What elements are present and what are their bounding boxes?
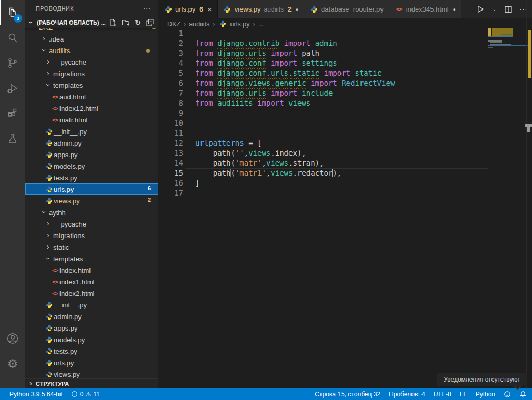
tab-database-roouter-py[interactable]: database_roouter.py	[304, 0, 389, 18]
tree-item-index.html[interactable]: <>index.html	[25, 264, 158, 276]
tree-item-matr.html[interactable]: <>matr.html	[25, 114, 158, 126]
outline-section-header[interactable]: СТРУКТУРА	[25, 378, 158, 388]
extensions-icon[interactable]	[0, 101, 25, 126]
new-file-icon[interactable]	[108, 18, 117, 27]
code-line-4[interactable]: 4from django.conf import settings	[158, 58, 488, 68]
tree-item-urls.py[interactable]: urls.py	[25, 357, 158, 368]
tree-item-.idea[interactable]: .idea	[25, 33, 158, 45]
code-line-1[interactable]: 1	[158, 28, 488, 38]
tree-item-__init__.py[interactable]: __init__.py	[25, 299, 158, 311]
code-token: django.conf	[217, 59, 266, 67]
tree-item-models.py[interactable]: models.py	[25, 160, 158, 172]
run-button-icon[interactable]	[476, 5, 485, 14]
indentation[interactable]: Пробелов: 4	[389, 391, 425, 398]
problems-indicator[interactable]: 0 ⚠ 11	[71, 391, 100, 398]
close-icon[interactable]: ×	[207, 5, 212, 13]
code-line-11[interactable]: 11	[158, 128, 488, 138]
html-file-icon: <>	[51, 289, 59, 298]
tree-item-__pycache__[interactable]: __pycache__	[25, 218, 158, 230]
code-line-5[interactable]: 5from django.conf.urls.static import sta…	[158, 68, 488, 78]
tree-item-index2.html[interactable]: <>index2.html	[25, 288, 158, 299]
tree-item-admin.py[interactable]: admin.py	[25, 137, 158, 149]
tree-item-index1.html[interactable]: <>index1.html	[25, 276, 158, 288]
tree-item-audiiits[interactable]: audiiits	[25, 45, 158, 56]
code-token: RedirectView	[342, 79, 395, 87]
code-line-12[interactable]: 12urlpatterns = [	[158, 138, 488, 148]
split-editor-icon[interactable]	[504, 5, 513, 14]
tree-item-apps.py[interactable]: apps.py	[25, 149, 158, 160]
explorer-sidebar: ПРОВОДНИК ⋯ (РАБОЧАЯ ОБЛАСТЬ) ... ↻ DKZ.…	[25, 0, 158, 388]
tree-item-dkz[interactable]: DKZ	[25, 28, 158, 33]
tree-item-views.py[interactable]: views.py	[25, 368, 158, 378]
code-token: path(	[195, 149, 235, 157]
language-mode[interactable]: Python	[476, 391, 495, 398]
tree-item-tests.py[interactable]: tests.py	[25, 345, 158, 357]
code-line-7[interactable]: 7from django.urls import include	[158, 88, 488, 98]
source-control-icon[interactable]	[0, 50, 25, 76]
code-line-6[interactable]: 6from django.views.generic import Redire…	[158, 78, 488, 88]
git-modified-dot	[152, 28, 156, 29]
refresh-icon[interactable]: ↻	[135, 19, 141, 26]
run-debug-icon[interactable]	[0, 76, 25, 101]
tree-item-aythh[interactable]: aythh	[25, 207, 158, 218]
tree-item-__pycache__[interactable]: __pycache__	[25, 56, 158, 68]
eol-sequence[interactable]: LF	[460, 391, 467, 398]
tree-item-aud.html[interactable]: <>aud.html	[25, 91, 158, 102]
dirty-dot-icon[interactable]: ●	[453, 7, 456, 12]
dirty-dot-icon[interactable]: ●	[296, 7, 298, 12]
code-token: views	[266, 159, 288, 167]
chevron-right-icon	[45, 69, 53, 78]
code-line-14[interactable]: 14 path('matr',views.stran),	[158, 158, 488, 168]
code-token: = [	[244, 139, 262, 147]
feedback-icon[interactable]	[504, 391, 511, 398]
search-icon[interactable]	[0, 25, 25, 50]
python-file-icon	[45, 150, 54, 159]
tree-item-urls.py[interactable]: urls.py6	[25, 183, 158, 195]
tree-item-views.py[interactable]: views.py2	[25, 195, 158, 207]
tree-item-models.py[interactable]: models.py	[25, 334, 158, 345]
code-token: ,	[262, 159, 266, 167]
tree-item-tests.py[interactable]: tests.py	[25, 172, 158, 183]
cursor-position[interactable]: Строка 15, столбец 32	[315, 391, 380, 398]
tree-item-index12.html[interactable]: <>index12.html	[25, 102, 158, 114]
tree-item-templates[interactable]: templates	[25, 253, 158, 264]
code-line-16[interactable]: 16]	[158, 178, 488, 188]
code-line-17[interactable]: 17	[158, 188, 488, 198]
account-icon[interactable]	[0, 326, 25, 351]
python-interpreter-selector[interactable]: Python 3.9.5 64-bit	[9, 391, 63, 398]
tree-item-__init__.py[interactable]: __init__.py	[25, 126, 158, 137]
new-folder-icon[interactable]	[122, 18, 130, 27]
code-line-2[interactable]: 2from django.contrib import admin	[158, 38, 488, 48]
tree-item-templates[interactable]: templates	[25, 79, 158, 91]
tree-item-static[interactable]: static	[25, 241, 158, 253]
chevron-down-icon[interactable]	[491, 6, 497, 12]
code-editor[interactable]: 12from django.contrib import admin3from …	[158, 28, 488, 388]
code-line-15[interactable]: 15 path('matr1',views.redactor),	[158, 168, 488, 178]
collapse-all-icon[interactable]	[146, 18, 154, 27]
tab-index345-html[interactable]: <> index345.html ●	[389, 0, 461, 18]
code-line-10[interactable]: 10	[158, 118, 488, 128]
tab-views-py[interactable]: views.py audiiits 2 ●	[218, 0, 304, 18]
tree-item-migrations[interactable]: migrations	[25, 230, 158, 241]
breadcrumb-item[interactable]: urls.py	[230, 20, 250, 28]
code-line-3[interactable]: 3from django.urls import path	[158, 48, 488, 58]
tree-item-migrations[interactable]: migrations	[25, 68, 158, 79]
code-line-13[interactable]: 13 path('',views.index),	[158, 148, 488, 158]
breadcrumb-item[interactable]: ...	[258, 20, 264, 28]
bell-icon[interactable]	[519, 391, 527, 398]
breadcrumb-item[interactable]: DKZ	[167, 20, 180, 28]
code-line-8[interactable]: 8from audiiits import views	[158, 98, 488, 108]
tree-item-admin.py[interactable]: admin.py	[25, 311, 158, 322]
code-line-9[interactable]: 9	[158, 108, 488, 118]
workspace-section-header[interactable]: (РАБОЧАЯ ОБЛАСТЬ) ... ↻	[25, 17, 158, 28]
encoding[interactable]: UTF-8	[434, 391, 451, 398]
editor-scrollbar[interactable]	[526, 0, 532, 388]
explorer-icon[interactable]: 3	[0, 0, 25, 25]
tree-item-apps.py[interactable]: apps.py	[25, 322, 158, 334]
testing-icon[interactable]	[0, 126, 25, 151]
settings-gear-icon[interactable]: ⚙	[0, 351, 25, 376]
sidebar-more-icon[interactable]: ⋯	[143, 0, 151, 17]
tab-urls-py[interactable]: urls.py 6 ×	[158, 0, 218, 18]
editor-group: urls.py 6 × views.py audiiits 2 ● databa…	[158, 0, 532, 388]
breadcrumb-item[interactable]: audiiits	[189, 20, 209, 28]
